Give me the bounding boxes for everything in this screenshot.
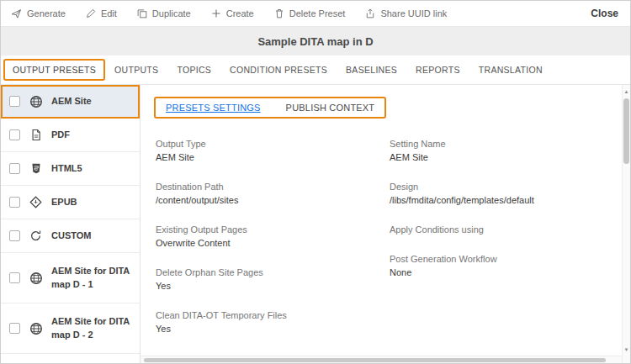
share-uuid-label: Share UUID link (380, 8, 447, 18)
trash-icon (274, 8, 284, 18)
preset-checkbox[interactable] (9, 197, 20, 208)
preset-checkbox[interactable] (9, 129, 20, 140)
preset-item-custom[interactable]: CUSTOM (1, 219, 140, 253)
subtab-publish-context[interactable]: PUBLISH CONTEXT (286, 103, 375, 113)
field-label: Destination Path (156, 180, 390, 193)
field-existing-output-pages: Existing Output Pages Overwrite Content (156, 223, 390, 250)
field-value: AEM Site (156, 150, 390, 164)
field-apply-conditions: Apply Conditions using (390, 223, 608, 236)
field-label: Post Generation Workflow (390, 252, 608, 266)
preset-item-html5[interactable]: HTML5 (1, 152, 140, 186)
generate-label: Generate (27, 8, 66, 18)
create-button[interactable]: Create (211, 8, 254, 18)
duplicate-label: Duplicate (152, 8, 191, 18)
body-area: AEM Site PDF HTML5 EPUB CUSTOM (1, 85, 630, 363)
preset-label: AEM Site for DITA map D - 2 (51, 315, 131, 342)
edit-button[interactable]: Edit (86, 8, 117, 18)
custom-sync-icon (29, 229, 43, 242)
preset-item-aem-site-dita-2[interactable]: AEM Site for DITA map D - 2 (1, 303, 140, 354)
create-label: Create (226, 8, 254, 18)
fields-column-right: Setting Name AEM Site Design /libs/fmdit… (390, 137, 608, 351)
presets-sidebar: AEM Site PDF HTML5 EPUB CUSTOM (1, 85, 141, 363)
scroll-up-icon[interactable]: ▲ (623, 87, 630, 97)
subtab-presets-settings[interactable]: PRESETS SETTINGS (166, 103, 261, 113)
delete-preset-button[interactable]: Delete Preset (274, 8, 346, 18)
app-window: Generate Edit Duplicate Create Delete Pr… (0, 0, 631, 364)
preset-label: CUSTOM (51, 229, 91, 243)
pencil-icon (86, 8, 96, 18)
duplicate-icon (137, 8, 147, 18)
epub-icon (29, 196, 43, 208)
horizontal-scrollbar-thumb[interactable] (144, 358, 606, 362)
preset-label: AEM Site (51, 95, 92, 108)
field-setting-name: Setting Name AEM Site (390, 137, 608, 164)
duplicate-button[interactable]: Duplicate (137, 8, 191, 18)
field-label: Delete Orphan Site Pages (156, 266, 390, 279)
preset-settings-panel: PRESETS SETTINGS PUBLISH CONTEXT Output … (141, 85, 630, 363)
field-delete-orphan-pages: Delete Orphan Site Pages Yes (156, 266, 390, 293)
field-value: Yes (156, 279, 390, 293)
pdf-file-icon (29, 129, 43, 141)
field-value: Yes (156, 322, 390, 335)
field-value: /content/output/sites (156, 193, 390, 207)
html5-shield-icon (29, 162, 43, 175)
share-icon (365, 8, 375, 18)
field-label: Apply Conditions using (390, 223, 608, 236)
field-label: Output Type (156, 137, 390, 150)
tab-condition-presets[interactable]: CONDITION PRESETS (220, 60, 337, 80)
field-design: Design /libs/fmdita/config/templates/def… (390, 180, 608, 207)
globe-icon (29, 322, 43, 335)
preset-checkbox[interactable] (9, 230, 20, 241)
tab-translation[interactable]: TRANSLATION (469, 60, 552, 80)
settings-subtabs: PRESETS SETTINGS PUBLISH CONTEXT (154, 97, 386, 119)
field-value: /libs/fmdita/config/templates/default (390, 193, 608, 207)
field-post-generation-workflow: Post Generation Workflow None (390, 252, 608, 279)
tab-reports[interactable]: REPORTS (406, 60, 469, 80)
preset-label: PDF (51, 129, 70, 142)
preset-label: EPUB (51, 196, 77, 209)
plus-icon (211, 8, 221, 18)
globe-icon (29, 272, 43, 285)
tab-output-presets[interactable]: OUTPUT PRESETS (3, 59, 105, 81)
field-label: Setting Name (390, 137, 608, 150)
close-button[interactable]: Close (591, 8, 618, 19)
delete-preset-label: Delete Preset (289, 8, 346, 18)
field-value: AEM Site (390, 150, 608, 164)
globe-icon (29, 95, 43, 108)
field-label: Clean DITA-OT Temporary Files (156, 309, 390, 322)
preset-item-pdf[interactable]: PDF (1, 119, 140, 152)
preset-checkbox[interactable] (9, 323, 20, 334)
field-value: None (390, 266, 608, 279)
field-value: Overwrite Content (156, 236, 390, 250)
preset-checkbox[interactable] (9, 163, 20, 174)
settings-fields: Output Type AEM Site Destination Path /c… (152, 137, 608, 351)
send-icon (11, 8, 22, 19)
preset-label: AEM Site for DITA map D - 1 (51, 265, 131, 292)
main-tab-bar: OUTPUT PRESETS OUTPUTS TOPICS CONDITION … (1, 55, 630, 85)
field-destination-path: Destination Path /content/output/sites (156, 180, 390, 207)
share-uuid-button[interactable]: Share UUID link (365, 8, 447, 18)
preset-item-aem-site[interactable]: AEM Site (1, 85, 140, 119)
field-clean-ditaot-files: Clean DITA-OT Temporary Files Yes (156, 309, 390, 335)
vertical-scrollbar-thumb[interactable] (623, 98, 629, 164)
generate-button[interactable]: Generate (11, 8, 66, 19)
fields-column-left: Output Type AEM Site Destination Path /c… (156, 137, 390, 351)
preset-item-epub[interactable]: EPUB (1, 186, 140, 219)
horizontal-scrollbar[interactable] (141, 356, 622, 363)
document-title: Sample DITA map in D (1, 27, 630, 55)
tab-baselines[interactable]: BASELINES (337, 60, 406, 80)
preset-checkbox[interactable] (9, 272, 20, 283)
vertical-scrollbar[interactable]: ▲ ▼ (622, 85, 630, 363)
tab-topics[interactable]: TOPICS (167, 60, 220, 80)
preset-item-aem-site-dita-1[interactable]: AEM Site for DITA map D - 1 (1, 253, 140, 303)
field-label: Existing Output Pages (156, 223, 390, 236)
toolbar: Generate Edit Duplicate Create Delete Pr… (1, 1, 630, 27)
preset-checkbox[interactable] (9, 96, 20, 107)
preset-label: HTML5 (51, 162, 82, 176)
field-label: Design (390, 180, 608, 193)
field-output-type: Output Type AEM Site (156, 137, 390, 164)
tab-outputs[interactable]: OUTPUTS (105, 60, 167, 80)
scroll-down-icon[interactable]: ▼ (623, 345, 630, 355)
edit-label: Edit (101, 8, 117, 18)
